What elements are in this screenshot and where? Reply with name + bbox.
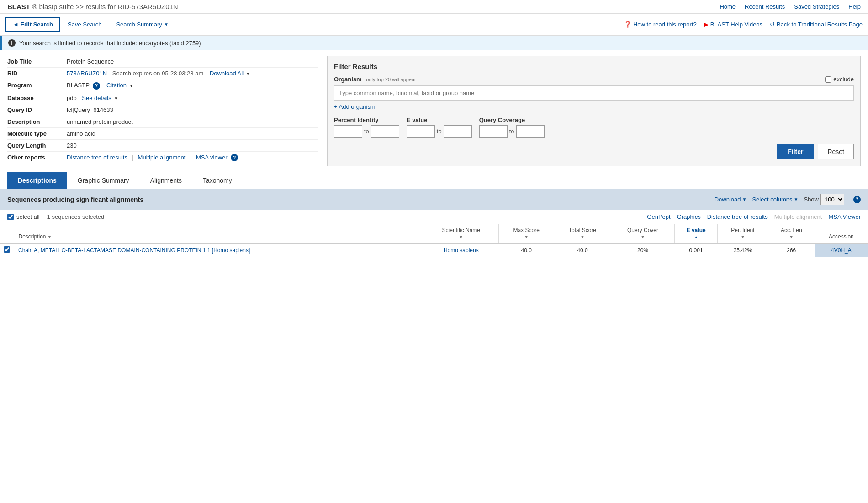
job-title-value: Protein Sequence: [67, 56, 318, 68]
sequences-title: Sequences producing significant alignmen…: [7, 196, 143, 203]
scientific-name-sort-icon[interactable]: ▼: [459, 235, 463, 239]
job-info-table: Job Title Protein Sequence RID 573AR6UZ0…: [7, 56, 318, 166]
query-coverage-from[interactable]: [479, 125, 508, 138]
graphics-link[interactable]: Graphics: [677, 213, 701, 220]
max-score-sort-icon[interactable]: ▼: [524, 235, 529, 239]
description-sort-icon[interactable]: ▼: [48, 235, 52, 239]
percent-identity-from[interactable]: [334, 125, 362, 138]
col-acc-len-header: Acc. Len ▼: [768, 224, 815, 243]
organism-label: Organism: [334, 76, 362, 83]
filter-button[interactable]: Filter: [777, 144, 814, 159]
video-icon: ▶: [704, 21, 709, 28]
info-banner: i Your search is limited to records that…: [0, 36, 868, 50]
msa-viewer-results-link[interactable]: MSA Viewer: [828, 213, 861, 220]
msa-viewer-link[interactable]: MSA viewer: [196, 154, 228, 161]
see-details-link[interactable]: See details: [82, 95, 111, 101]
query-coverage-label: Query Coverage: [479, 116, 545, 123]
blast-help-videos-link[interactable]: ▶ BLAST Help Videos: [704, 21, 762, 28]
row-scientific-name-cell: Homo sapiens: [423, 243, 499, 257]
organism-label-group: Organism only top 20 will appear: [334, 76, 416, 83]
sequences-actions: Download ▼ Select columns ▼ Show 10 20 5…: [715, 194, 861, 205]
evalue-sort-icon[interactable]: ▲: [694, 235, 698, 239]
back-traditional-link[interactable]: ↺ Back to Traditional Results Page: [770, 21, 863, 28]
row-max-score-cell: 40.0: [499, 243, 554, 257]
show-count-select[interactable]: 10 20 50 100 250: [820, 194, 844, 205]
multiple-alignment-link[interactable]: Multiple alignment: [138, 154, 186, 161]
program-value: BLASTP ? Citation ▼: [67, 79, 318, 92]
citation-link[interactable]: Citation: [106, 82, 127, 89]
percent-identity-to[interactable]: [371, 125, 399, 138]
download-all-link[interactable]: Download All: [210, 70, 244, 77]
tab-descriptions[interactable]: Descriptions: [7, 172, 67, 189]
breadcrumb: blastp suite >> results for RID-573AR6UZ…: [39, 3, 178, 11]
rid-link[interactable]: 573AR6UZ01N: [67, 70, 107, 77]
download-button[interactable]: Download ▼: [715, 196, 747, 203]
search-summary-chevron: ▼: [164, 22, 169, 27]
other-reports-row: Other reports Distance tree of results |…: [7, 151, 318, 164]
select-columns-chevron: ▼: [794, 197, 799, 202]
filter-results-title: Filter Results: [334, 63, 854, 70]
job-title-row: Job Title Protein Sequence: [7, 56, 318, 68]
reset-button[interactable]: Reset: [818, 144, 854, 159]
percent-identity-group: Percent Identity to: [334, 116, 399, 138]
sequences-header: Sequences producing significant alignmen…: [0, 189, 868, 210]
col-per-ident-header: Per. Ident ▼: [718, 224, 768, 243]
add-organism-link[interactable]: + Add organism: [334, 103, 376, 110]
to-label-2: to: [437, 128, 442, 135]
select-all-links: GenPept Graphics Distance tree of result…: [647, 213, 861, 220]
help-link[interactable]: Help: [848, 3, 861, 10]
selected-count: 1 sequences selected: [47, 213, 105, 220]
row-checkbox-cell: [0, 243, 14, 257]
organism-input[interactable]: [334, 85, 854, 101]
description-label: Description: [7, 116, 67, 127]
organism-exclude-checkbox[interactable]: [825, 76, 831, 83]
how-to-read-link[interactable]: ❓ How to read this report?: [624, 21, 697, 28]
select-all-label[interactable]: select all: [7, 213, 40, 220]
distance-tree-link[interactable]: Distance tree of results: [67, 154, 127, 161]
evalue-from[interactable]: [407, 125, 435, 138]
row-scientific-name-link[interactable]: Homo sapiens: [444, 247, 479, 254]
other-reports-value: Distance tree of results | Multiple alig…: [67, 151, 318, 164]
multiple-alignment-results-link: Multiple alignment: [774, 213, 822, 220]
database-label: Database: [7, 92, 67, 104]
row-checkbox[interactable]: [4, 246, 10, 253]
molecule-type-label: Molecule type: [7, 127, 67, 139]
organism-exclude-label: exclude: [833, 76, 854, 83]
row-description-link[interactable]: Chain A, METALLO-BETA-LACTAMASE DOMAIN-C…: [18, 247, 250, 254]
tab-alignments[interactable]: Alignments: [140, 172, 192, 189]
save-search-link[interactable]: Save Search: [60, 18, 109, 31]
genpept-link[interactable]: GenPept: [647, 213, 670, 220]
select-all-checkbox[interactable]: [7, 214, 14, 220]
description-row: Description unnamed protein product: [7, 116, 318, 127]
results-table: Description ▼ Scientific Name ▼ Max Scor…: [0, 224, 868, 257]
distance-tree-results-link[interactable]: Distance tree of results: [707, 213, 768, 220]
tab-taxonomy[interactable]: Taxonomy: [192, 172, 243, 189]
col-total-score-header: Total Score ▼: [554, 224, 611, 243]
row-accession-link[interactable]: 4V0H_A: [831, 247, 852, 254]
tab-graphic-summary[interactable]: Graphic Summary: [67, 172, 140, 189]
sequences-help-icon[interactable]: ?: [853, 196, 861, 203]
evalue-to[interactable]: [444, 125, 472, 138]
edit-search-button[interactable]: ◄ Edit Search: [5, 17, 60, 32]
page-title: BLAST ® blastp suite >> results for RID-…: [7, 3, 178, 11]
row-total-score-cell: 40.0: [554, 243, 611, 257]
query-cover-sort-icon[interactable]: ▼: [641, 235, 645, 239]
saved-strategies-link[interactable]: Saved Strategies: [794, 3, 839, 10]
table-row: Chain A, METALLO-BETA-LACTAMASE DOMAIN-C…: [0, 243, 868, 257]
total-score-sort-icon[interactable]: ▼: [581, 235, 585, 239]
select-columns-button[interactable]: Select columns ▼: [752, 196, 798, 203]
acc-len-sort-icon[interactable]: ▼: [789, 235, 794, 239]
rid-value: 573AR6UZ01N Search expires on 05-28 03:2…: [67, 68, 318, 79]
blastp-help-icon[interactable]: ?: [93, 82, 100, 90]
home-link[interactable]: Home: [720, 3, 736, 10]
other-reports-help-icon[interactable]: ?: [231, 154, 238, 161]
query-length-label: Query Length: [7, 139, 67, 151]
query-coverage-to[interactable]: [516, 125, 545, 138]
organism-row: Organism only top 20 will appear exclude: [334, 76, 854, 83]
to-label-1: to: [364, 128, 369, 135]
search-summary-link[interactable]: Search Summary ▼: [109, 18, 175, 31]
per-ident-sort-icon[interactable]: ▼: [741, 235, 745, 239]
recent-results-link[interactable]: Recent Results: [745, 3, 785, 10]
evalue-label: E value: [407, 116, 472, 123]
top-nav: BLAST ® blastp suite >> results for RID-…: [0, 0, 868, 14]
